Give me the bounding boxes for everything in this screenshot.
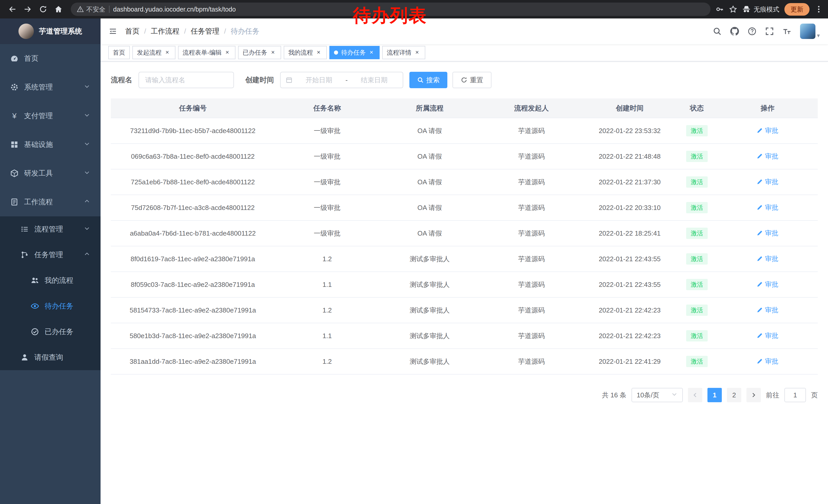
tab-发起流程[interactable]: 发起流程×: [132, 46, 175, 59]
branch-icon: [20, 251, 29, 259]
process-cell: 测试多审批人: [379, 246, 480, 272]
sidebar-collapse-button[interactable]: [109, 27, 117, 35]
sidebar-item-my-process[interactable]: 我的流程: [0, 268, 100, 293]
sidebar-item-workflow[interactable]: 工作流程: [0, 188, 100, 216]
create-time-cell: 2022-01-22 18:25:41: [583, 221, 676, 246]
sidebar-item-payment[interactable]: ¥ 支付管理: [0, 101, 100, 130]
approve-button[interactable]: 审批: [757, 177, 778, 186]
table-row: 580e1b3d-7ac8-11ec-a9e2-a2380e71991a1.1测…: [111, 323, 818, 349]
breadcrumb-item[interactable]: 任务管理: [191, 27, 219, 36]
tab-close-icon[interactable]: ×: [413, 49, 421, 56]
edit-pen-icon: [757, 256, 763, 262]
sidebar-item-leave-query[interactable]: 请假查询: [0, 345, 100, 370]
approve-button[interactable]: 审批: [757, 203, 778, 212]
approve-button[interactable]: 审批: [757, 306, 778, 315]
approve-button[interactable]: 审批: [757, 331, 778, 340]
approve-button[interactable]: 审批: [757, 254, 778, 263]
browser-update-button[interactable]: 更新: [784, 3, 810, 16]
browser-menu-icon[interactable]: [815, 5, 823, 13]
tab-流程表单-编辑[interactable]: 流程表单-编辑×: [178, 46, 236, 59]
back-arrow-icon: [8, 5, 16, 13]
approve-button[interactable]: 审批: [757, 126, 778, 135]
navbar: 首页 / 工作流程 / 任务管理 / 待办任务 ▾: [100, 18, 828, 44]
sidebar-item-todo-task[interactable]: 待办任务: [0, 293, 100, 319]
status-cell: 激活: [676, 118, 717, 144]
sidebar-item-done-task[interactable]: 已办任务: [0, 319, 100, 345]
breadcrumb-item[interactable]: 首页: [125, 27, 139, 36]
browser-refresh-button[interactable]: [36, 2, 50, 16]
approve-label: 审批: [765, 229, 778, 238]
process-cell: OA 请假: [379, 195, 480, 221]
sidebar-item-label: 首页: [24, 54, 38, 63]
tab-close-icon[interactable]: ×: [164, 49, 171, 56]
status-cell: 激活: [676, 246, 717, 272]
page-2-button[interactable]: 2: [727, 388, 741, 402]
task-id-cell: 381aa1dd-7ac8-11ec-a9e2-a2380e71991a: [111, 349, 275, 374]
tab-我的流程[interactable]: 我的流程×: [284, 46, 327, 59]
reset-button[interactable]: 重置: [452, 72, 492, 88]
date-range-picker[interactable]: 开始日期 - 结束日期: [280, 72, 403, 88]
dashboard-icon: [10, 54, 18, 62]
starter-cell: 芋道源码: [480, 323, 583, 349]
approve-label: 审批: [765, 152, 778, 161]
edit-pen-icon: [757, 179, 763, 185]
chevron-down-icon: [84, 112, 90, 120]
action-cell: 审批: [717, 246, 818, 272]
tab-close-icon[interactable]: ×: [368, 49, 375, 56]
key-icon[interactable]: [716, 5, 724, 13]
page-1-button[interactable]: 1: [707, 388, 722, 402]
tab-close-icon[interactable]: ×: [224, 49, 231, 56]
sidebar-item-system[interactable]: 系统管理: [0, 73, 100, 101]
sidebar-item-label: 支付管理: [24, 111, 53, 121]
reset-button-label: 重置: [470, 76, 483, 85]
tab-close-icon[interactable]: ×: [269, 49, 277, 56]
prev-page-button[interactable]: [688, 388, 702, 402]
help-icon[interactable]: [748, 27, 756, 36]
table-row: 58154733-7ac8-11ec-a9e2-a2380e71991a1.2测…: [111, 297, 818, 323]
security-indicator[interactable]: 不安全: [77, 5, 106, 13]
tab-已办任务[interactable]: 已办任务×: [238, 46, 281, 59]
user-menu[interactable]: ▾: [800, 24, 820, 39]
status-cell: 激活: [676, 272, 717, 297]
status-cell: 激活: [676, 195, 717, 221]
process-name-input[interactable]: [138, 72, 234, 88]
tab-流程详情[interactable]: 流程详情×: [382, 46, 425, 59]
status-badge: 激活: [686, 202, 708, 213]
page-size-select[interactable]: 10条/页: [631, 388, 683, 402]
fullscreen-icon[interactable]: [765, 27, 774, 36]
search-button[interactable]: 搜索: [409, 72, 447, 88]
sidebar-item-label: 我的流程: [45, 276, 73, 285]
app-logo[interactable]: 芋道管理系统: [0, 18, 100, 44]
next-page-button[interactable]: [746, 388, 761, 402]
goto-page-input[interactable]: [784, 388, 806, 402]
breadcrumb-separator: /: [184, 27, 186, 35]
search-icon[interactable]: [713, 27, 721, 36]
sidebar-item-infrastructure[interactable]: 基础设施: [0, 130, 100, 159]
approve-button[interactable]: 审批: [757, 229, 778, 238]
browser-back-button[interactable]: [5, 2, 19, 16]
sidebar-item-devtools[interactable]: 研发工具: [0, 159, 100, 188]
task-name-cell: 1.2: [275, 297, 379, 323]
incognito-icon: [742, 5, 750, 13]
github-icon[interactable]: [730, 27, 739, 36]
tab-首页[interactable]: 首页: [108, 46, 130, 59]
breadcrumb-item[interactable]: 工作流程: [151, 27, 179, 36]
approve-button[interactable]: 审批: [757, 357, 778, 366]
main-area: 首页 / 工作流程 / 任务管理 / 待办任务 ▾: [100, 18, 828, 504]
tab-待办任务[interactable]: 待办任务×: [329, 46, 380, 59]
approve-button[interactable]: 审批: [757, 280, 778, 289]
browser-home-button[interactable]: [51, 2, 66, 16]
sidebar-item-home[interactable]: 首页: [0, 44, 100, 73]
sidebar-item-task-management[interactable]: 任务管理: [0, 242, 100, 268]
tab-close-icon[interactable]: ×: [315, 49, 322, 56]
font-size-icon[interactable]: [783, 27, 791, 36]
browser-forward-button[interactable]: [20, 2, 35, 16]
logo-avatar: [18, 24, 34, 39]
sidebar-item-process-management[interactable]: 流程管理: [0, 216, 100, 242]
browser-actions: 无痕模式 更新: [716, 3, 823, 16]
sidebar-item-label: 已办任务: [45, 327, 73, 336]
bookmark-star-icon[interactable]: [729, 5, 737, 13]
approve-button[interactable]: 审批: [757, 152, 778, 161]
sidebar-item-label: 流程管理: [34, 224, 63, 234]
status-badge: 激活: [686, 228, 708, 239]
